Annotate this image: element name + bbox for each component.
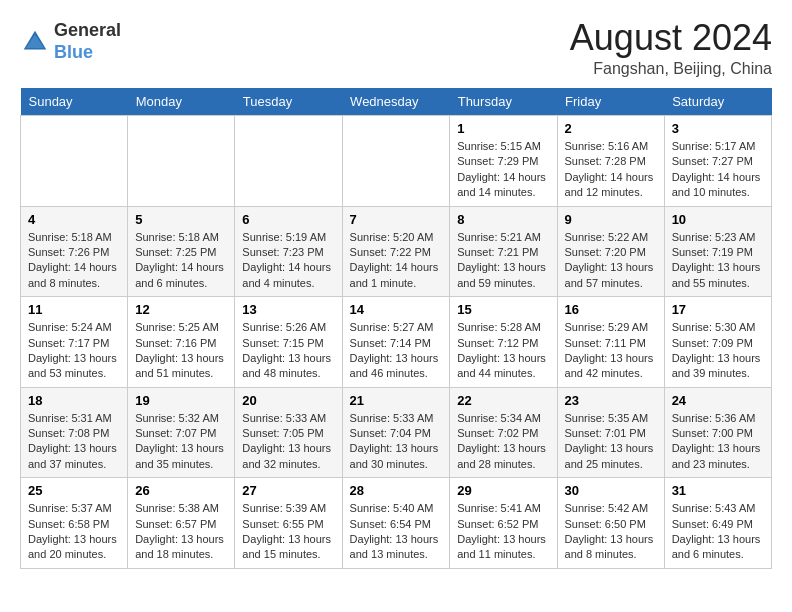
day-info: Sunrise: 5:22 AM Sunset: 7:20 PM Dayligh…: [565, 230, 657, 292]
day-info: Sunrise: 5:26 AM Sunset: 7:15 PM Dayligh…: [242, 320, 334, 382]
calendar-cell: 7Sunrise: 5:20 AM Sunset: 7:22 PM Daylig…: [342, 206, 450, 297]
day-number: 25: [28, 483, 120, 498]
day-info: Sunrise: 5:15 AM Sunset: 7:29 PM Dayligh…: [457, 139, 549, 201]
calendar-cell: 8Sunrise: 5:21 AM Sunset: 7:21 PM Daylig…: [450, 206, 557, 297]
day-info: Sunrise: 5:41 AM Sunset: 6:52 PM Dayligh…: [457, 501, 549, 563]
calendar-table: SundayMondayTuesdayWednesdayThursdayFrid…: [20, 88, 772, 569]
calendar-cell: 6Sunrise: 5:19 AM Sunset: 7:23 PM Daylig…: [235, 206, 342, 297]
day-number: 27: [242, 483, 334, 498]
calendar-cell: 14Sunrise: 5:27 AM Sunset: 7:14 PM Dayli…: [342, 297, 450, 388]
location: Fangshan, Beijing, China: [570, 60, 772, 78]
calendar-cell: 27Sunrise: 5:39 AM Sunset: 6:55 PM Dayli…: [235, 478, 342, 569]
day-number: 29: [457, 483, 549, 498]
day-number: 5: [135, 212, 227, 227]
month-year: August 2024: [570, 20, 772, 56]
calendar-cell: 26Sunrise: 5:38 AM Sunset: 6:57 PM Dayli…: [128, 478, 235, 569]
day-number: 7: [350, 212, 443, 227]
calendar-cell: 31Sunrise: 5:43 AM Sunset: 6:49 PM Dayli…: [664, 478, 771, 569]
day-number: 23: [565, 393, 657, 408]
calendar-cell: [21, 116, 128, 207]
day-number: 18: [28, 393, 120, 408]
day-info: Sunrise: 5:33 AM Sunset: 7:05 PM Dayligh…: [242, 411, 334, 473]
day-number: 24: [672, 393, 764, 408]
day-info: Sunrise: 5:28 AM Sunset: 7:12 PM Dayligh…: [457, 320, 549, 382]
calendar-cell: 22Sunrise: 5:34 AM Sunset: 7:02 PM Dayli…: [450, 387, 557, 478]
day-number: 9: [565, 212, 657, 227]
day-info: Sunrise: 5:35 AM Sunset: 7:01 PM Dayligh…: [565, 411, 657, 473]
day-info: Sunrise: 5:29 AM Sunset: 7:11 PM Dayligh…: [565, 320, 657, 382]
day-info: Sunrise: 5:23 AM Sunset: 7:19 PM Dayligh…: [672, 230, 764, 292]
day-info: Sunrise: 5:19 AM Sunset: 7:23 PM Dayligh…: [242, 230, 334, 292]
day-number: 15: [457, 302, 549, 317]
day-info: Sunrise: 5:36 AM Sunset: 7:00 PM Dayligh…: [672, 411, 764, 473]
day-info: Sunrise: 5:18 AM Sunset: 7:26 PM Dayligh…: [28, 230, 120, 292]
calendar-week-row: 25Sunrise: 5:37 AM Sunset: 6:58 PM Dayli…: [21, 478, 772, 569]
calendar-cell: 5Sunrise: 5:18 AM Sunset: 7:25 PM Daylig…: [128, 206, 235, 297]
logo-icon: [20, 27, 50, 57]
calendar-cell: 30Sunrise: 5:42 AM Sunset: 6:50 PM Dayli…: [557, 478, 664, 569]
calendar-cell: 13Sunrise: 5:26 AM Sunset: 7:15 PM Dayli…: [235, 297, 342, 388]
calendar-week-row: 11Sunrise: 5:24 AM Sunset: 7:17 PM Dayli…: [21, 297, 772, 388]
calendar-cell: [235, 116, 342, 207]
calendar-cell: 21Sunrise: 5:33 AM Sunset: 7:04 PM Dayli…: [342, 387, 450, 478]
calendar-cell: 12Sunrise: 5:25 AM Sunset: 7:16 PM Dayli…: [128, 297, 235, 388]
calendar-cell: 1Sunrise: 5:15 AM Sunset: 7:29 PM Daylig…: [450, 116, 557, 207]
header-row: SundayMondayTuesdayWednesdayThursdayFrid…: [21, 88, 772, 116]
day-info: Sunrise: 5:27 AM Sunset: 7:14 PM Dayligh…: [350, 320, 443, 382]
day-number: 16: [565, 302, 657, 317]
day-info: Sunrise: 5:24 AM Sunset: 7:17 PM Dayligh…: [28, 320, 120, 382]
day-info: Sunrise: 5:21 AM Sunset: 7:21 PM Dayligh…: [457, 230, 549, 292]
calendar-body: 1Sunrise: 5:15 AM Sunset: 7:29 PM Daylig…: [21, 116, 772, 569]
calendar-cell: 23Sunrise: 5:35 AM Sunset: 7:01 PM Dayli…: [557, 387, 664, 478]
day-number: 30: [565, 483, 657, 498]
day-info: Sunrise: 5:17 AM Sunset: 7:27 PM Dayligh…: [672, 139, 764, 201]
day-number: 31: [672, 483, 764, 498]
day-number: 2: [565, 121, 657, 136]
header-cell-sunday: Sunday: [21, 88, 128, 116]
day-info: Sunrise: 5:40 AM Sunset: 6:54 PM Dayligh…: [350, 501, 443, 563]
calendar-week-row: 4Sunrise: 5:18 AM Sunset: 7:26 PM Daylig…: [21, 206, 772, 297]
day-number: 6: [242, 212, 334, 227]
calendar-cell: 29Sunrise: 5:41 AM Sunset: 6:52 PM Dayli…: [450, 478, 557, 569]
header-cell-friday: Friday: [557, 88, 664, 116]
day-number: 1: [457, 121, 549, 136]
day-number: 21: [350, 393, 443, 408]
logo: General Blue: [20, 20, 121, 63]
day-number: 11: [28, 302, 120, 317]
day-info: Sunrise: 5:16 AM Sunset: 7:28 PM Dayligh…: [565, 139, 657, 201]
day-number: 28: [350, 483, 443, 498]
calendar-header: SundayMondayTuesdayWednesdayThursdayFrid…: [21, 88, 772, 116]
day-info: Sunrise: 5:30 AM Sunset: 7:09 PM Dayligh…: [672, 320, 764, 382]
calendar-cell: 2Sunrise: 5:16 AM Sunset: 7:28 PM Daylig…: [557, 116, 664, 207]
logo-blue: Blue: [54, 42, 121, 64]
header-cell-monday: Monday: [128, 88, 235, 116]
day-info: Sunrise: 5:34 AM Sunset: 7:02 PM Dayligh…: [457, 411, 549, 473]
calendar-cell: 17Sunrise: 5:30 AM Sunset: 7:09 PM Dayli…: [664, 297, 771, 388]
calendar-cell: 9Sunrise: 5:22 AM Sunset: 7:20 PM Daylig…: [557, 206, 664, 297]
calendar-cell: [342, 116, 450, 207]
day-number: 20: [242, 393, 334, 408]
calendar-cell: 10Sunrise: 5:23 AM Sunset: 7:19 PM Dayli…: [664, 206, 771, 297]
calendar-cell: 4Sunrise: 5:18 AM Sunset: 7:26 PM Daylig…: [21, 206, 128, 297]
day-info: Sunrise: 5:25 AM Sunset: 7:16 PM Dayligh…: [135, 320, 227, 382]
calendar-cell: 28Sunrise: 5:40 AM Sunset: 6:54 PM Dayli…: [342, 478, 450, 569]
calendar-cell: 11Sunrise: 5:24 AM Sunset: 7:17 PM Dayli…: [21, 297, 128, 388]
day-number: 12: [135, 302, 227, 317]
calendar-cell: 19Sunrise: 5:32 AM Sunset: 7:07 PM Dayli…: [128, 387, 235, 478]
day-info: Sunrise: 5:18 AM Sunset: 7:25 PM Dayligh…: [135, 230, 227, 292]
day-info: Sunrise: 5:32 AM Sunset: 7:07 PM Dayligh…: [135, 411, 227, 473]
header-cell-thursday: Thursday: [450, 88, 557, 116]
calendar-cell: 18Sunrise: 5:31 AM Sunset: 7:08 PM Dayli…: [21, 387, 128, 478]
day-number: 10: [672, 212, 764, 227]
page-header: General Blue August 2024 Fangshan, Beiji…: [20, 20, 772, 78]
calendar-cell: 20Sunrise: 5:33 AM Sunset: 7:05 PM Dayli…: [235, 387, 342, 478]
day-info: Sunrise: 5:31 AM Sunset: 7:08 PM Dayligh…: [28, 411, 120, 473]
day-info: Sunrise: 5:38 AM Sunset: 6:57 PM Dayligh…: [135, 501, 227, 563]
day-number: 14: [350, 302, 443, 317]
calendar-cell: 16Sunrise: 5:29 AM Sunset: 7:11 PM Dayli…: [557, 297, 664, 388]
day-number: 8: [457, 212, 549, 227]
logo-general: General: [54, 20, 121, 42]
day-info: Sunrise: 5:37 AM Sunset: 6:58 PM Dayligh…: [28, 501, 120, 563]
day-info: Sunrise: 5:42 AM Sunset: 6:50 PM Dayligh…: [565, 501, 657, 563]
calendar-cell: 25Sunrise: 5:37 AM Sunset: 6:58 PM Dayli…: [21, 478, 128, 569]
